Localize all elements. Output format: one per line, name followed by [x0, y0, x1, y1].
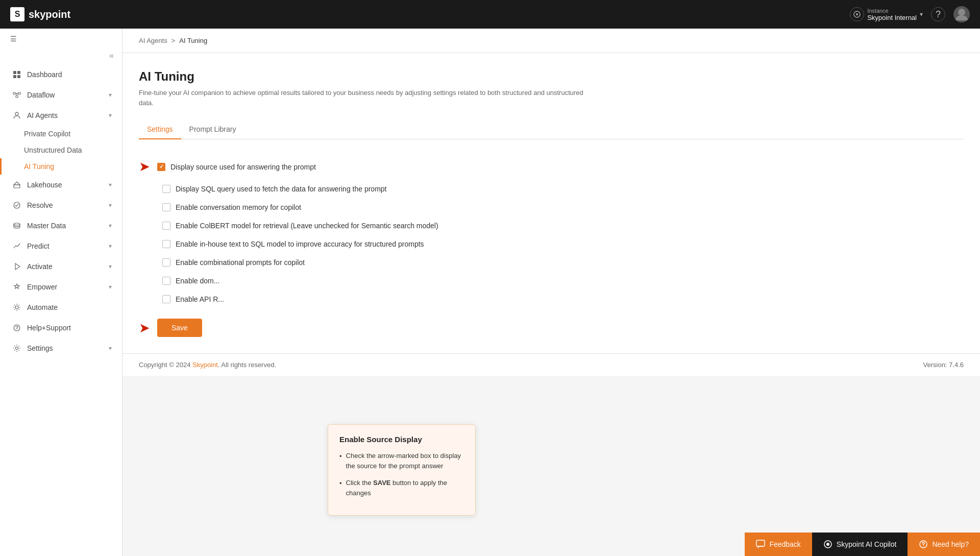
svg-rect-7: [13, 92, 15, 94]
content-area: AI Tuning Fine-tune your AI companion to…: [122, 53, 980, 353]
activate-icon: [12, 261, 22, 272]
main-content: AI Agents > AI Tuning AI Tuning Fine-tun…: [122, 29, 980, 556]
checkbox-label-6[interactable]: Enable combinational prompts for copilot: [162, 258, 305, 267]
bottom-actions: Feedback Skypoint AI Copilot Need help?: [745, 533, 980, 556]
help-button[interactable]: ?: [931, 7, 945, 21]
sidebar-subitem-private-copilot[interactable]: Private Copilot: [0, 126, 122, 142]
sidebar: ☰ « Dashboard Dataflow ▾ AI Agents ▾: [0, 29, 122, 556]
save-button[interactable]: Save: [157, 319, 202, 337]
tooltip-item-2: Click the SAVE button to apply the chang…: [339, 478, 464, 498]
sidebar-item-resolve[interactable]: Resolve ▾: [0, 195, 122, 215]
checkbox-row-5: Enable in-house text to SQL model to imp…: [139, 235, 964, 253]
sidebar-item-dashboard-label: Dashboard: [27, 70, 112, 79]
instance-icon: [850, 7, 864, 21]
sidebar-item-lakehouse[interactable]: Lakehouse ▾: [0, 175, 122, 195]
tab-prompt-library[interactable]: Prompt Library: [181, 120, 244, 139]
checkbox-text-4: Enable ColBERT model for retrieval (Leav…: [176, 222, 438, 230]
resolve-chevron-icon: ▾: [109, 202, 112, 209]
sidebar-subitem-ai-tuning[interactable]: AI Tuning: [0, 158, 122, 175]
master-data-icon: [12, 221, 22, 231]
sidebar-item-settings[interactable]: Settings ▾: [0, 338, 122, 358]
checkbox-text-6: Enable combinational prompts for copilot: [176, 258, 305, 267]
sidebar-item-automate-label: Automate: [27, 303, 112, 311]
checkbox-label-5[interactable]: Enable in-house text to SQL model to imp…: [162, 240, 424, 248]
lakehouse-icon: [12, 180, 22, 190]
sidebar-item-empower[interactable]: Empower ▾: [0, 277, 122, 297]
footer-copyright: Copyright © 2024 Skypoint. All rights re…: [139, 361, 276, 369]
checkbox-6[interactable]: [162, 258, 170, 267]
svg-rect-8: [18, 92, 20, 94]
checkbox-label-4[interactable]: Enable ColBERT model for retrieval (Leav…: [162, 222, 438, 230]
checkbox-5[interactable]: [162, 240, 170, 248]
breadcrumb: AI Agents > AI Tuning: [122, 29, 980, 53]
checkbox-row-6: Enable combinational prompts for copilot: [139, 253, 964, 272]
instance-selector[interactable]: Instance Skypoint Internal ▾: [850, 7, 923, 21]
sidebar-subitem-unstructured-data[interactable]: Unstructured Data: [0, 142, 122, 158]
svg-point-2: [958, 9, 965, 16]
user-avatar[interactable]: [953, 6, 970, 22]
checkbox-text-5: Enable in-house text to SQL model to imp…: [176, 240, 424, 248]
tooltip-item-1: Check the arrow-marked box to display th…: [339, 451, 464, 471]
page-description: Fine-tune your AI companion to achieve o…: [139, 88, 598, 108]
settings-content: ➤ Display source used for answering the …: [139, 154, 964, 337]
empower-icon: [12, 282, 22, 292]
feedback-button[interactable]: Feedback: [745, 533, 812, 556]
breadcrumb-current: AI Tuning: [179, 37, 207, 44]
copilot-button[interactable]: Skypoint AI Copilot: [812, 533, 908, 556]
svg-point-26: [923, 546, 924, 546]
checkbox-label-7[interactable]: Enable dom...: [162, 277, 219, 285]
checkbox-text-1: Display source used for answering the pr…: [170, 163, 316, 171]
sidebar-item-activate[interactable]: Activate ▾: [0, 256, 122, 277]
tooltip-item-2-text: Click the SAVE button to apply the chang…: [346, 478, 464, 498]
predict-icon: [12, 241, 22, 251]
sidebar-item-dataflow[interactable]: Dataflow ▾: [0, 85, 122, 105]
footer-brand-link[interactable]: Skypoint: [192, 361, 218, 369]
ai-agents-chevron-icon: ▾: [109, 112, 112, 119]
needhelp-button[interactable]: Need help?: [908, 533, 980, 556]
sidebar-item-predict[interactable]: Predict ▾: [0, 236, 122, 256]
checkbox-label-2[interactable]: Display SQL query used to fetch the data…: [162, 185, 387, 193]
empower-chevron-icon: ▾: [109, 283, 112, 291]
checkbox-label-3[interactable]: Enable conversation memory for copilot: [162, 203, 301, 211]
sidebar-subitem-unstructured-data-label: Unstructured Data: [24, 146, 82, 154]
sidebar-item-automate[interactable]: Automate: [0, 297, 122, 318]
svg-rect-14: [14, 185, 20, 188]
sidebar-item-activate-label: Activate: [27, 262, 104, 271]
dataflow-icon: [12, 90, 22, 100]
checkbox-label-1[interactable]: Display source used for answering the pr…: [157, 163, 316, 171]
instance-chevron-icon: ▾: [920, 11, 923, 18]
checkbox-text-2: Display SQL query used to fetch the data…: [176, 185, 387, 193]
settings-chevron-icon: ▾: [109, 345, 112, 352]
checkbox-label-8[interactable]: Enable API R...: [162, 295, 224, 303]
footer-version: Version: 7.4.6: [923, 361, 964, 369]
svg-point-18: [15, 306, 18, 309]
sidebar-item-empower-label: Empower: [27, 283, 104, 291]
checkbox-row-7: Enable dom...: [139, 272, 964, 290]
checkbox-8[interactable]: [162, 295, 170, 303]
tab-settings[interactable]: Settings: [139, 120, 181, 139]
sidebar-menu-icon[interactable]: ☰: [0, 29, 122, 49]
checkbox-7[interactable]: [162, 277, 170, 285]
checkbox-text-3: Enable conversation memory for copilot: [176, 203, 301, 211]
checkbox-row-2: Display SQL query used to fetch the data…: [139, 180, 964, 198]
sidebar-collapse-icon[interactable]: «: [109, 51, 114, 60]
footer-copyright-text: Copyright © 2024: [139, 361, 192, 369]
tooltip-popup: Enable Source Display Check the arrow-ma…: [328, 424, 476, 516]
svg-marker-17: [15, 263, 20, 270]
checkbox-1[interactable]: [157, 163, 165, 171]
breadcrumb-parent[interactable]: AI Agents: [139, 37, 167, 44]
instance-label: Instance: [867, 8, 917, 14]
checkbox-2[interactable]: [162, 185, 170, 193]
sidebar-item-help-support-label: Help+Support: [27, 324, 112, 332]
sidebar-item-help-support[interactable]: Help+Support: [0, 318, 122, 338]
checkbox-3[interactable]: [162, 203, 170, 211]
sidebar-item-master-data[interactable]: Master Data ▾: [0, 215, 122, 236]
sidebar-item-settings-label: Settings: [27, 344, 104, 352]
sidebar-item-dashboard[interactable]: Dashboard: [0, 64, 122, 85]
checkbox-4[interactable]: [162, 222, 170, 230]
needhelp-label: Need help?: [932, 540, 969, 548]
copilot-label: Skypoint AI Copilot: [837, 540, 897, 548]
topnav-left: S skypoint: [10, 7, 70, 21]
tooltip-item-2-end: button to apply the changes: [346, 479, 448, 497]
sidebar-item-ai-agents[interactable]: AI Agents ▾: [0, 105, 122, 126]
